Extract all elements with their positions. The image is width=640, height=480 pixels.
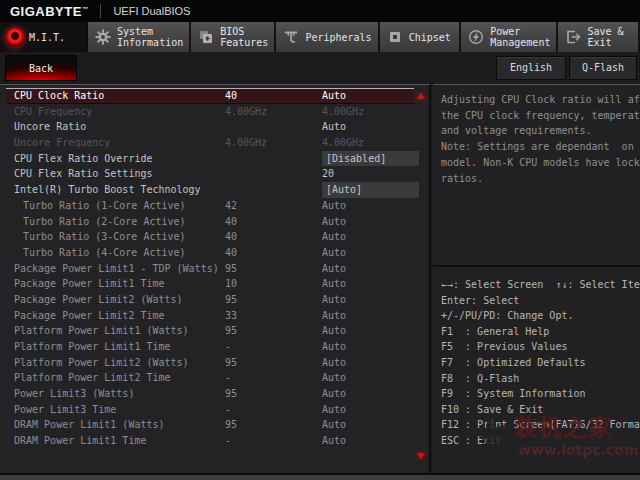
gigabyte-logo: GIGABYTE™: [10, 4, 88, 19]
setting-row[interactable]: CPU Flex Ratio Override[Disabled]: [6, 151, 414, 167]
tab-save-exit[interactable]: Save & Exit: [558, 22, 640, 52]
tab-system-information[interactable]: System Information: [88, 22, 191, 52]
setting-row[interactable]: DRAM Power Limit1 (Watts)95Auto: [6, 417, 414, 433]
setting-value: 40: [225, 88, 237, 104]
help-line: the CPU clock frequency, temperature: [441, 108, 640, 124]
watermark: ★ 装机之家 www.lotpc.com: [472, 408, 640, 480]
setting-row[interactable]: Uncore RatioAuto: [6, 119, 414, 135]
setting-option: Auto: [322, 355, 419, 371]
hotkey-line: F8 : Q-Flash: [441, 371, 640, 387]
setting-value: 40: [225, 214, 237, 230]
help-line: Adjusting CPU Clock ratio will affect: [441, 92, 640, 108]
setting-option: Auto: [322, 276, 419, 292]
scroll-down-arrow-icon[interactable]: [417, 453, 425, 459]
tab-m-i-t[interactable]: M.I.T.: [0, 22, 88, 52]
setting-row[interactable]: Power Limit3 (Watts)95Auto: [6, 386, 414, 402]
hotkey-line: +/-/PU/PD: Change Opt.: [441, 308, 640, 324]
hotkey-line: Enter: Select: [441, 293, 640, 309]
setting-option: Auto: [322, 88, 419, 104]
setting-row[interactable]: Package Power Limit2 Time33Auto: [6, 308, 414, 324]
setting-value: 95: [225, 323, 237, 339]
bios-screen: GIGABYTE™ UEFI DualBIOS M.I.T.System Inf…: [0, 0, 640, 480]
setting-label: Package Power Limit1 - TDP (Watts): [6, 263, 219, 274]
tab-label: M.I.T.: [29, 32, 65, 43]
setting-row[interactable]: Intel(R) Turbo Boost Technology[Auto]: [6, 182, 414, 198]
setting-option: 4.00GHz: [322, 104, 419, 120]
setting-row[interactable]: Package Power Limit1 - TDP (Watts)95Auto: [6, 261, 414, 277]
setting-row[interactable]: Platform Power Limit2 (Watts)95Auto: [6, 355, 414, 371]
logo-divider: [100, 4, 101, 18]
setting-option: Auto: [322, 119, 419, 135]
setting-row[interactable]: Turbo Ratio (2-Core Active)40Auto: [6, 214, 414, 230]
tab-bios-features[interactable]: BIOS Features: [191, 22, 276, 52]
language-button[interactable]: English: [496, 56, 566, 80]
setting-value: -: [225, 370, 231, 386]
bios-icon: [197, 28, 215, 46]
watermark-title: 装机之家: [514, 412, 614, 443]
hotkey-line: F1 : General Help: [441, 324, 640, 340]
setting-row[interactable]: Platform Power Limit1 (Watts)95Auto: [6, 323, 414, 339]
setting-label: Platform Power Limit1 Time: [6, 341, 171, 352]
setting-option: 4.00GHz: [322, 135, 419, 151]
item-help-text: Adjusting CPU Clock ratio will affectthe…: [433, 85, 640, 267]
back-button[interactable]: Back: [5, 55, 77, 81]
setting-row[interactable]: Turbo Ratio (3-Core Active)40Auto: [6, 229, 414, 245]
setting-value: 95: [225, 292, 237, 308]
setting-label: Platform Power Limit1 (Watts): [6, 325, 189, 336]
setting-value: -: [225, 433, 231, 449]
qflash-button[interactable]: Q-Flash: [569, 56, 637, 80]
setting-row[interactable]: CPU Clock Ratio40Auto: [6, 88, 414, 104]
setting-label: DRAM Power Limit1 (Watts): [6, 419, 165, 430]
mit-orb-icon: [6, 28, 24, 46]
tab-label: System Information: [117, 26, 183, 48]
tab-power-management[interactable]: Power Management: [461, 22, 558, 52]
setting-row[interactable]: Platform Power Limit1 Time-Auto: [6, 339, 414, 355]
setting-label: Power Limit3 (Watts): [6, 388, 134, 399]
setting-label: Turbo Ratio (1-Core Active): [6, 200, 186, 211]
chipset-icon: [386, 28, 404, 46]
setting-option: Auto: [322, 214, 419, 230]
setting-value: 40: [225, 245, 237, 261]
setting-row[interactable]: Platform Power Limit2 Time-Auto: [6, 370, 414, 386]
hotkey-line: ←→: Select Screen ↑↓: Select Item: [441, 277, 640, 293]
setting-label: CPU Flex Ratio Settings: [6, 168, 152, 179]
setting-row[interactable]: CPU Flex Ratio Settings20: [6, 166, 414, 182]
setting-row[interactable]: Package Power Limit1 Time10Auto: [6, 276, 414, 292]
setting-option: Auto: [322, 417, 419, 433]
setting-row[interactable]: Package Power Limit2 (Watts)95Auto: [6, 292, 414, 308]
settings-list-panel: CPU Clock Ratio40AutoCPU Frequency4.00GH…: [0, 84, 431, 473]
setting-option: Auto: [322, 261, 419, 277]
setting-label: Platform Power Limit2 (Watts): [6, 357, 189, 368]
help-line: ratios.: [441, 171, 640, 187]
setting-row[interactable]: Turbo Ratio (4-Core Active)40Auto: [6, 245, 414, 261]
tab-label: Chipset: [409, 32, 451, 43]
power-icon: [467, 28, 485, 46]
setting-label: Package Power Limit2 (Watts): [6, 294, 183, 305]
setting-label: DRAM Power Limit1 Time: [6, 435, 146, 446]
setting-label: CPU Frequency: [6, 106, 92, 117]
setting-option: Auto: [322, 229, 419, 245]
tab-label: Save & Exit: [587, 26, 632, 48]
setting-value: 95: [225, 417, 237, 433]
tab-peripherals[interactable]: Peripherals: [276, 22, 379, 52]
setting-row[interactable]: DRAM Power Limit1 Time-Auto: [6, 433, 414, 449]
setting-value: -: [225, 402, 231, 418]
setting-option: [Auto]: [322, 182, 419, 198]
setting-option: Auto: [322, 433, 419, 449]
hotkey-line: F7 : Optimized Defaults: [441, 355, 640, 371]
setting-row[interactable]: Uncore Frequency4.00GHz4.00GHz: [6, 135, 414, 151]
setting-option: Auto: [322, 198, 419, 214]
hotkey-line: F9 : System Information: [441, 386, 640, 402]
setting-label: Platform Power Limit2 Time: [6, 372, 171, 383]
setting-value: 42: [225, 198, 237, 214]
setting-option: Auto: [322, 402, 419, 418]
setting-row[interactable]: CPU Frequency4.00GHz4.00GHz: [6, 104, 414, 120]
setting-row[interactable]: Turbo Ratio (1-Core Active)42Auto: [6, 198, 414, 214]
scroll-up-arrow-icon[interactable]: [417, 93, 425, 99]
setting-row[interactable]: Power Limit3 Time-Auto: [6, 402, 414, 418]
tab-chipset[interactable]: Chipset: [380, 22, 462, 52]
setting-option: Auto: [322, 323, 419, 339]
setting-label: Uncore Ratio: [6, 121, 86, 132]
setting-label: Intel(R) Turbo Boost Technology: [6, 184, 201, 195]
peripherals-icon: [282, 28, 300, 46]
